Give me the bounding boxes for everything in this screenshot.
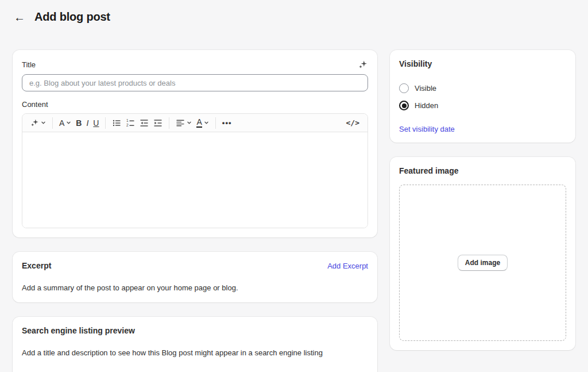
radio-selected-icon[interactable]	[399, 101, 409, 110]
text-color-button[interactable]: A	[194, 116, 211, 129]
bold-button[interactable]: B	[74, 117, 84, 129]
toolbar-divider	[52, 117, 53, 129]
rich-text-editor: A B I U	[22, 113, 368, 228]
indent-button[interactable]	[151, 117, 165, 129]
underline-icon: U	[93, 119, 99, 127]
svg-text:1: 1	[126, 118, 129, 122]
bold-icon: B	[76, 119, 82, 127]
text-style-button[interactable]: A	[57, 117, 74, 129]
content-layout: Title Content	[0, 50, 588, 372]
radio-label: Hidden	[415, 101, 438, 110]
chevron-down-icon	[41, 120, 46, 125]
visibility-option-visible[interactable]: Visible	[399, 83, 566, 93]
radio-unselected-icon[interactable]	[399, 83, 409, 93]
numbered-list-icon: 1 2	[126, 118, 135, 128]
show-html-button[interactable]: </>	[344, 117, 362, 129]
featured-image-heading: Featured image	[399, 166, 458, 175]
sparkle-icon	[30, 118, 39, 127]
excerpt-heading: Excerpt	[22, 261, 51, 270]
bulleted-list-button[interactable]	[110, 117, 123, 129]
seo-description: Add a title and description to see how t…	[22, 348, 368, 358]
numbered-list-button[interactable]: 1 2	[123, 117, 137, 129]
indent-icon	[153, 118, 163, 128]
image-dropzone[interactable]: Add image	[399, 185, 566, 341]
main-column: Title Content	[13, 50, 377, 372]
italic-button[interactable]: I	[84, 117, 91, 129]
alignment-button[interactable]	[173, 117, 194, 129]
side-column: Visibility Visible Hidden Set visibility…	[390, 50, 575, 350]
content-editor[interactable]	[22, 132, 368, 228]
align-left-icon	[176, 118, 185, 128]
title-input[interactable]	[22, 74, 368, 91]
chevron-down-icon	[204, 120, 209, 125]
set-visibility-date-link[interactable]: Set visibility date	[399, 125, 455, 133]
visibility-card: Visibility Visible Hidden Set visibility…	[390, 50, 575, 143]
text-color-icon: A	[196, 118, 202, 128]
excerpt-description: Add a summary of the post to appear on y…	[22, 283, 368, 293]
underline-button[interactable]: U	[91, 117, 101, 129]
radio-label: Visible	[415, 84, 436, 93]
code-icon: </>	[346, 118, 359, 127]
svg-text:2: 2	[126, 123, 129, 127]
toolbar-divider	[215, 117, 216, 129]
title-label: Title	[22, 60, 36, 69]
add-excerpt-link[interactable]: Add Excerpt	[327, 262, 368, 270]
ai-assistant-button[interactable]	[28, 117, 48, 129]
post-details-card: Title Content	[13, 50, 377, 237]
page-title: Add blog post	[34, 10, 110, 24]
visibility-option-hidden[interactable]: Hidden	[399, 101, 566, 110]
back-arrow-icon[interactable]: ←	[14, 11, 25, 23]
toolbar-divider	[105, 117, 106, 129]
toolbar-divider	[169, 117, 169, 129]
seo-preview-card: Search engine listing preview Add a titl…	[13, 317, 377, 372]
chevron-down-icon	[187, 120, 192, 125]
content-label: Content	[22, 100, 368, 109]
font-style-icon: A	[59, 119, 64, 127]
more-options-button[interactable]: •••	[220, 117, 234, 128]
page-header: ← Add blog post	[0, 0, 588, 24]
italic-icon: I	[86, 119, 88, 127]
excerpt-card: Excerpt Add Excerpt Add a summary of the…	[13, 252, 377, 302]
visibility-heading: Visibility	[399, 59, 432, 68]
visibility-options: Visible Hidden	[399, 83, 566, 110]
outdent-icon	[140, 118, 149, 128]
featured-image-card: Featured image Add image	[390, 157, 575, 350]
chevron-down-icon	[66, 120, 71, 125]
seo-heading: Search engine listing preview	[22, 326, 135, 335]
add-image-button[interactable]: Add image	[458, 255, 508, 271]
editor-toolbar: A B I U	[22, 114, 368, 132]
ai-generate-icon[interactable]	[358, 59, 368, 70]
bulleted-list-icon	[112, 118, 121, 128]
more-options-icon: •••	[222, 119, 232, 126]
outdent-button[interactable]	[137, 117, 151, 129]
